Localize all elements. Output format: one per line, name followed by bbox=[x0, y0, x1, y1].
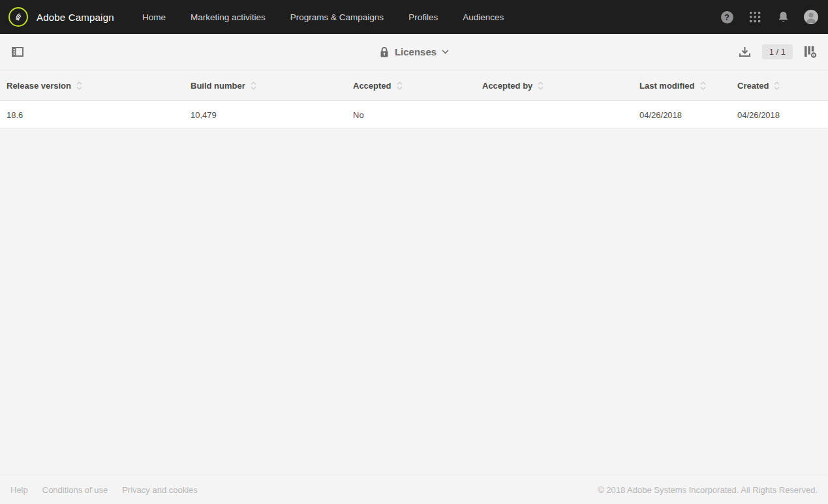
footer-link-conditions-of-use[interactable]: Conditions of use bbox=[42, 485, 108, 495]
sort-icon bbox=[774, 82, 780, 90]
copyright-text: © 2018 Adobe Systems Incorporated. All R… bbox=[598, 485, 828, 495]
cell-created: 04/26/2018 bbox=[731, 110, 828, 120]
page-footer: Help Conditions of use Privacy and cooki… bbox=[0, 475, 828, 504]
sort-icon bbox=[538, 82, 544, 90]
sort-icon bbox=[397, 82, 403, 90]
sort-icon bbox=[700, 82, 706, 90]
brand-name: Adobe Campaign bbox=[37, 12, 114, 23]
lock-icon bbox=[379, 46, 390, 58]
column-header-last-modified[interactable]: Last modified bbox=[633, 70, 731, 100]
column-header-build-number[interactable]: Build number bbox=[184, 70, 346, 100]
adobe-campaign-logo-icon bbox=[8, 7, 28, 27]
footer-link-privacy-and-cookies[interactable]: Privacy and cookies bbox=[122, 485, 198, 495]
list-view-toggle-icon[interactable] bbox=[12, 47, 23, 57]
column-header-created[interactable]: Created bbox=[731, 70, 828, 100]
nav-item-marketing-activities[interactable]: Marketing activities bbox=[191, 12, 266, 22]
column-header-release-version[interactable]: Release version bbox=[0, 70, 184, 100]
action-toolbar: Licenses 1 / 1 bbox=[0, 34, 828, 70]
cell-last-modified: 04/26/2018 bbox=[633, 110, 731, 120]
table-row[interactable]: 18.6 10,479 No 04/26/2018 04/26/2018 bbox=[0, 101, 828, 129]
page-title: Licenses bbox=[395, 46, 437, 57]
sort-icon bbox=[76, 82, 82, 90]
table-header-row: Release version Build number Accepted Ac… bbox=[0, 70, 828, 101]
nav-item-audiences[interactable]: Audiences bbox=[463, 12, 504, 22]
column-header-accepted-by[interactable]: Accepted by bbox=[476, 70, 633, 100]
cell-release-version: 18.6 bbox=[0, 110, 184, 120]
page-indicator: 1 / 1 bbox=[762, 44, 793, 59]
configure-columns-icon[interactable] bbox=[804, 46, 817, 58]
main-menu: Home Marketing activities Programs & Cam… bbox=[142, 12, 504, 22]
apps-grid-icon[interactable] bbox=[748, 10, 762, 24]
notifications-bell-icon[interactable] bbox=[776, 10, 790, 24]
cell-accepted: No bbox=[346, 110, 476, 120]
empty-content-area bbox=[0, 129, 828, 475]
user-avatar[interactable] bbox=[804, 10, 818, 24]
avatar-silhouette-icon bbox=[804, 10, 818, 24]
top-navigation-bar: Adobe Campaign Home Marketing activities… bbox=[0, 0, 828, 34]
footer-links: Help Conditions of use Privacy and cooki… bbox=[0, 485, 198, 495]
column-header-accepted[interactable]: Accepted bbox=[346, 70, 476, 100]
topnav-utilities: ? bbox=[720, 10, 828, 24]
help-icon[interactable]: ? bbox=[720, 10, 734, 24]
download-icon[interactable] bbox=[739, 46, 751, 57]
licenses-table: Release version Build number Accepted Ac… bbox=[0, 70, 828, 129]
nav-item-programs-campaigns[interactable]: Programs & Campaigns bbox=[290, 12, 384, 22]
view-title-dropdown[interactable]: Licenses bbox=[379, 46, 449, 58]
nav-item-home[interactable]: Home bbox=[142, 12, 166, 22]
nav-item-profiles[interactable]: Profiles bbox=[408, 12, 438, 22]
chevron-down-icon bbox=[442, 50, 449, 54]
footer-link-help[interactable]: Help bbox=[10, 485, 28, 495]
cell-build-number: 10,479 bbox=[184, 110, 346, 120]
sort-icon bbox=[251, 82, 256, 90]
brand: Adobe Campaign bbox=[0, 7, 142, 27]
